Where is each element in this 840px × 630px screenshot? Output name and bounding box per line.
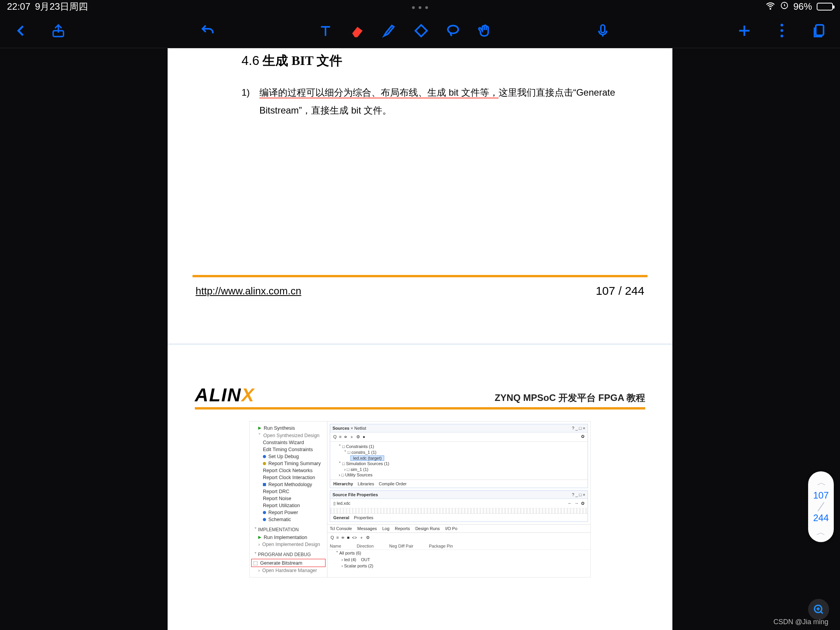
mic-button[interactable] (593, 21, 612, 40)
shape-button[interactable] (412, 21, 430, 40)
rotation-lock-icon (780, 1, 789, 12)
alinx-logo: ALINX (195, 384, 255, 406)
footer-link[interactable]: http://www.alinx.com.cn (196, 285, 301, 297)
battery-icon (817, 3, 833, 10)
chevron-up-icon[interactable]: 〈 (815, 478, 827, 486)
watermark: CSDN @Jia ming (774, 618, 828, 626)
battery-pct: 96% (793, 1, 812, 12)
hand-tool-button[interactable] (476, 21, 494, 40)
pages-button[interactable] (810, 21, 828, 40)
highlighter-button[interactable] (380, 21, 399, 40)
more-button[interactable] (772, 21, 791, 40)
vivado-flow-navigator: Run Synthesis ˅ Open Synthesized Design … (250, 422, 327, 577)
drag-handle-icon[interactable] (412, 6, 428, 9)
status-time: 22:07 (7, 1, 30, 12)
pdf-page-107: 4.6 生成 BIT 文件 1) 编译的过程可以细分为综合、布局布线、生成 bi… (168, 48, 672, 344)
chevron-down-icon[interactable]: 〉 (815, 527, 827, 536)
add-button[interactable] (735, 21, 754, 40)
undo-button[interactable] (198, 21, 217, 40)
back-button[interactable] (12, 21, 30, 40)
document-viewport[interactable]: 4.6 生成 BIT 文件 1) 编译的过程可以细分为综合、布局布线、生成 bi… (0, 48, 840, 630)
vivado-screenshot: Run Synthesis ˅ Open Synthesized Design … (249, 421, 591, 578)
svg-rect-3 (601, 25, 605, 33)
zoom-button[interactable] (808, 599, 829, 620)
share-button[interactable] (49, 21, 68, 40)
page-number: 107 / 244 (596, 284, 644, 298)
svg-point-2 (448, 25, 458, 33)
generate-bitstream-item: ⬚Generate Bitstream (251, 559, 326, 567)
status-date: 9月23日周四 (35, 0, 88, 13)
wifi-icon (765, 0, 775, 13)
lasso-button[interactable] (444, 21, 462, 40)
page-indicator[interactable]: 〈 107 244 〉 (808, 471, 834, 542)
doc-subtitle: ZYNQ MPSoC 开发平台 FPGA 教程 (495, 392, 645, 406)
text-tool-button[interactable] (316, 21, 335, 40)
pdf-page-108: ALINX ZYNQ MPSoC 开发平台 FPGA 教程 Run Synthe… (168, 345, 672, 630)
body-paragraph: 1) 编译的过程可以细分为综合、布局布线、生成 bit 文件等，这里我们直接点击… (168, 70, 672, 119)
eraser-button[interactable] (348, 21, 367, 40)
app-toolbar (0, 13, 840, 48)
svg-rect-4 (816, 25, 824, 35)
section-heading: 4.6 生成 BIT 文件 (168, 48, 672, 70)
